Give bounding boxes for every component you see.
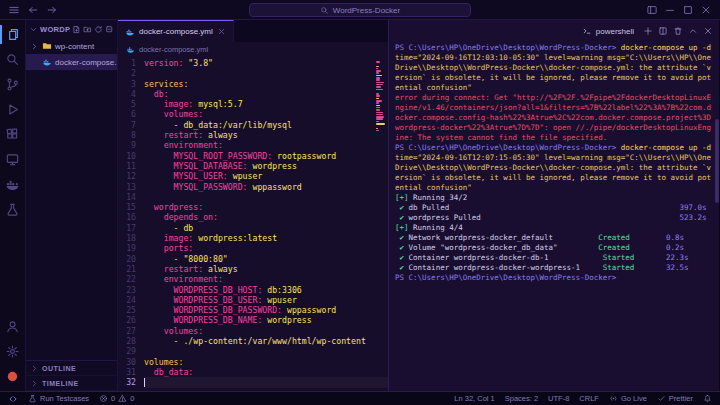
- command-center-search[interactable]: WordPress-Docker: [249, 3, 471, 17]
- dot-icon: [5, 369, 20, 384]
- error-circle-icon: [99, 394, 108, 403]
- account-icon: [5, 319, 20, 334]
- split-icon[interactable]: [658, 26, 668, 36]
- collapse-all-icon[interactable]: [105, 25, 114, 34]
- new-folder-icon[interactable]: [83, 25, 92, 34]
- status-indentation[interactable]: Spaces: 2: [505, 394, 538, 403]
- status-remote[interactable]: [8, 394, 18, 404]
- forward-icon[interactable]: [46, 4, 58, 16]
- section-label: OUTLINE: [42, 365, 76, 372]
- terminal-panel: powershell PS C:\Users\HP\OneDrive\Deskt…: [389, 20, 719, 391]
- gear-icon: [5, 344, 20, 359]
- code-line-13: MYSQL_PASSWORD: wppassword: [144, 182, 388, 192]
- beaker-icon: [5, 202, 20, 217]
- warning-icon: [118, 394, 127, 403]
- code-line-20: - "8000:80": [144, 254, 388, 264]
- code-line-7: - db_data:/var/lib/mysql: [144, 120, 388, 130]
- menu-icon[interactable]: [8, 4, 20, 16]
- chevron-down-icon[interactable]: [29, 25, 38, 34]
- sidebar-sections: OUTLINETIMELINE: [26, 360, 117, 391]
- activity-extensions[interactable]: [0, 122, 26, 147]
- title-bar-right: [646, 4, 720, 16]
- terminal-line: PS C:\Users\HP\OneDrive\Desktop\WordPres…: [395, 273, 715, 283]
- folder-name[interactable]: WORDP...: [40, 25, 70, 34]
- code-editor[interactable]: 1234567891011121314151617181920212223242…: [118, 57, 388, 391]
- chevron-right-icon: [30, 379, 39, 388]
- status-go-live[interactable]: Go Live: [609, 394, 647, 403]
- line-number: 12: [118, 171, 136, 181]
- line-number: 2: [118, 68, 136, 78]
- line-number: 11: [118, 161, 136, 171]
- status-cursor-position[interactable]: Ln 32, Col 1: [454, 394, 494, 403]
- chevron-up-icon[interactable]: [688, 26, 698, 36]
- new-file-icon[interactable]: [72, 25, 81, 34]
- search-icon: [320, 6, 329, 15]
- terminal-icon: [582, 26, 592, 36]
- code-line-23: WORDPRESS_DB_HOST: db:3306: [144, 285, 388, 295]
- line-number: 23: [118, 285, 136, 295]
- breadcrumb-label: docker-compose.yml: [139, 45, 208, 54]
- status-eol[interactable]: CRLF: [579, 394, 599, 403]
- close-icon[interactable]: [703, 26, 713, 36]
- breadcrumb[interactable]: docker-compose.yml: [118, 42, 388, 57]
- terminal-header: powershell: [389, 20, 719, 42]
- source-control-icon: [5, 77, 20, 92]
- activity-remote-explorer[interactable]: [0, 147, 26, 172]
- code-line-11: MYSQL_DATABASE: wordpress: [144, 161, 388, 171]
- line-number: 6: [118, 109, 136, 119]
- activity-source-control[interactable]: [0, 72, 26, 97]
- back-icon[interactable]: [27, 4, 39, 16]
- tab-docker-compose-yml[interactable]: docker-compose.yml: [118, 20, 234, 42]
- line-number: 7: [118, 120, 136, 130]
- tree-item-wp-content[interactable]: wp-content: [26, 38, 117, 54]
- status-prettier[interactable]: Prettier: [657, 394, 693, 403]
- minimap[interactable]: [376, 61, 386, 134]
- activity-account[interactable]: [0, 314, 26, 339]
- activity-search[interactable]: [0, 47, 26, 72]
- file-tree: wp-contentdocker-compose...: [26, 38, 117, 360]
- title-bar: WordPress-Docker: [0, 0, 720, 20]
- add-icon[interactable]: [643, 26, 653, 36]
- section-outline[interactable]: OUTLINE: [26, 361, 117, 376]
- line-number: 30: [118, 357, 136, 367]
- remote-icon: [8, 394, 18, 404]
- activity-settings[interactable]: [0, 339, 26, 364]
- section-timeline[interactable]: TIMELINE: [26, 376, 117, 391]
- layout-toggle-icon[interactable]: [646, 4, 658, 16]
- section-label: TIMELINE: [42, 380, 79, 387]
- terminal-line: PS C:\Users\HP\OneDrive\Desktop\WordPres…: [395, 143, 715, 153]
- line-number: 4: [118, 89, 136, 99]
- code-line-22: environment:: [144, 274, 388, 284]
- activity-profile-badge[interactable]: [0, 364, 26, 389]
- close-window-icon[interactable]: [700, 4, 712, 16]
- status-problems[interactable]: 00: [99, 394, 134, 403]
- maximize-icon[interactable]: [682, 4, 694, 16]
- tree-item-docker-compose-[interactable]: docker-compose...: [26, 54, 117, 70]
- broadcast-icon: [609, 394, 618, 403]
- activity-bar: [0, 20, 26, 391]
- extensions-icon: [5, 127, 20, 142]
- files-icon: [5, 27, 20, 42]
- monitor-icon: [5, 152, 20, 167]
- trash-icon[interactable]: [673, 26, 683, 36]
- status-notifications[interactable]: [703, 394, 712, 403]
- activity-testing[interactable]: [0, 197, 26, 222]
- activity-explorer[interactable]: [0, 22, 26, 47]
- terminal-output[interactable]: PS C:\Users\HP\OneDrive\Desktop\WordPres…: [389, 42, 719, 391]
- terminal-line: [+] Running 4/4: [395, 223, 715, 233]
- line-numbers-gutter: 1234567891011121314151617181920212223242…: [118, 58, 144, 391]
- tab-close-icon[interactable]: [217, 27, 226, 36]
- code-line-30: volumes:: [144, 357, 388, 367]
- code-line-21: restart: always: [144, 264, 388, 274]
- status-encoding[interactable]: UTF-8: [548, 394, 569, 403]
- minimize-icon[interactable]: [664, 4, 676, 16]
- terminal-scrollbar[interactable]: [715, 42, 719, 391]
- line-number: 13: [118, 182, 136, 192]
- vscode-window: WordPress-Docker WORDP... wp-contentdock…: [0, 0, 720, 405]
- activity-run-debug[interactable]: [0, 97, 26, 122]
- activity-docker[interactable]: [0, 172, 26, 197]
- terminal-tab-powershell[interactable]: powershell: [582, 26, 634, 36]
- tree-item-label: wp-content: [55, 42, 94, 51]
- refresh-icon[interactable]: [94, 25, 103, 34]
- status-run-testcases[interactable]: Run Testcases: [28, 394, 89, 403]
